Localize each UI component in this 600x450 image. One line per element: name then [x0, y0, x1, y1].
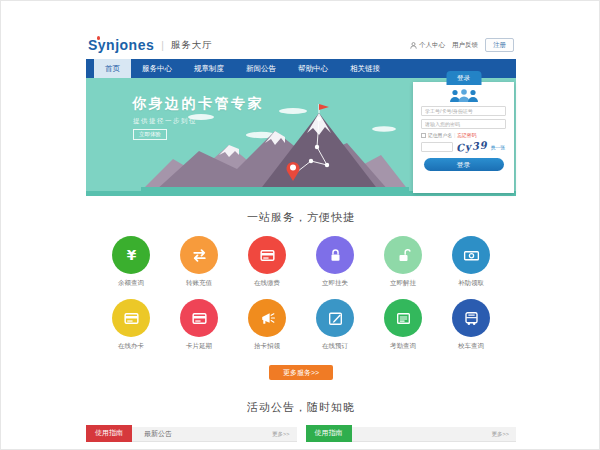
announcement-tab-bars: 使用指南 最新公告 更多>> 使用指南 更多>> [86, 427, 516, 442]
service-item-4[interactable]: 立即解挂 [378, 236, 428, 288]
service-item-label: 立即挂失 [310, 279, 360, 288]
service-item-label: 补助领取 [446, 279, 496, 288]
service-item-label: 在线预订 [310, 342, 360, 351]
service-item-label: 在线办卡 [106, 342, 156, 351]
service-item-8[interactable]: 拾卡招领 [242, 299, 292, 351]
forgot-password-link[interactable]: 忘记密码 [457, 132, 476, 138]
captcha-image[interactable]: Cy39 [456, 139, 489, 153]
service-item-label: 考勤查询 [378, 342, 428, 351]
card-icon [248, 236, 286, 274]
register-button[interactable]: 注册 [485, 38, 514, 52]
hero-banner: 你身边的卡管专家 提供捷径一步到位 立即体验 登录 记住用户名 | 忘记密码 [86, 78, 516, 196]
login-panel: 登录 记住用户名 | 忘记密码 Cy39 换一张 [413, 82, 514, 193]
card-icon [180, 299, 218, 337]
transfer-icon [180, 236, 218, 274]
remember-label: 记住用户名 [428, 132, 452, 138]
username-input[interactable] [421, 106, 506, 116]
service-item-0[interactable]: 余额查询 [106, 236, 156, 288]
hero-headline: 你身边的卡管专家 [132, 95, 264, 113]
login-sep: | [454, 133, 455, 138]
header-divider: | [161, 40, 164, 51]
yen-icon [112, 236, 150, 274]
logo[interactable]: Synjones [88, 37, 154, 53]
services-row-1: 余额查询转账充值在线缴费立即挂失立即解挂补助领取 [86, 236, 516, 288]
nav-item-4[interactable]: 帮助中心 [287, 59, 339, 78]
personal-center-link[interactable]: 个人中心 [410, 41, 445, 50]
nav-item-2[interactable]: 规章制度 [183, 59, 235, 78]
banknote-icon [452, 236, 490, 274]
user-icon [410, 42, 417, 49]
service-item-9[interactable]: 在线预订 [310, 299, 360, 351]
announcements-title: 活动公告，随时知晓 [86, 400, 516, 415]
unlock-icon [384, 236, 422, 274]
list-icon [384, 299, 422, 337]
tab-usage-guide[interactable]: 使用指南 [86, 425, 132, 442]
service-item-label: 转账充值 [174, 279, 224, 288]
service-item-10[interactable]: 考勤查询 [378, 299, 428, 351]
lock-icon [316, 236, 354, 274]
service-item-3[interactable]: 立即挂失 [310, 236, 360, 288]
change-captcha-link[interactable]: 换一张 [491, 144, 505, 150]
tab-usage-guide-2[interactable]: 使用指南 [306, 425, 352, 442]
personal-center-label: 个人中心 [419, 41, 445, 50]
remember-checkbox[interactable] [421, 133, 426, 138]
login-submit-button[interactable]: 登录 [424, 158, 504, 171]
service-item-label: 校车查询 [446, 342, 496, 351]
service-item-label: 余额查询 [106, 279, 156, 288]
guide-tab-bar: 使用指南 最新公告 更多>> [86, 427, 297, 442]
header: Synjones | 服务大厅 个人中心 用户反馈 注册 [86, 31, 516, 59]
nav-item-3[interactable]: 新闻公告 [235, 59, 287, 78]
captcha-row: Cy39 换一张 [421, 141, 506, 152]
captcha-input[interactable] [421, 142, 453, 152]
hero-cta-button[interactable]: 立即体验 [133, 129, 167, 140]
feedback-label: 用户反馈 [452, 41, 478, 50]
edit-icon [316, 299, 354, 337]
users-icon [447, 89, 481, 103]
guide-tab-bar-2: 使用指南 更多>> [306, 427, 517, 442]
bus-icon [452, 299, 490, 337]
site-container: Synjones | 服务大厅 个人中心 用户反馈 注册 首页服务中心规章制度新… [86, 31, 516, 442]
page: Synjones | 服务大厅 个人中心 用户反馈 注册 首页服务中心规章制度新… [0, 0, 600, 450]
service-item-label: 立即解挂 [378, 279, 428, 288]
remember-row: 记住用户名 | 忘记密码 [421, 132, 506, 138]
password-input[interactable] [421, 119, 506, 129]
service-item-7[interactable]: 卡片延期 [174, 299, 224, 351]
more-link-left[interactable]: 更多>> [272, 431, 289, 438]
more-link-right[interactable]: 更多>> [492, 431, 509, 438]
logo-red-dot-icon [97, 36, 101, 40]
login-tab[interactable]: 登录 [446, 71, 481, 85]
feedback-link[interactable]: 用户反馈 [452, 41, 478, 50]
site-title: 服务大厅 [171, 39, 213, 52]
service-item-1[interactable]: 转账充值 [174, 236, 224, 288]
announcements-section: 活动公告，随时知晓 使用指南 最新公告 更多>> 使用指南 更多>> [86, 400, 516, 442]
header-right: 个人中心 用户反馈 注册 [410, 38, 514, 52]
service-item-5[interactable]: 补助领取 [446, 236, 496, 288]
hero-subtitle: 提供捷径一步到位 [133, 117, 197, 126]
tab-latest-announcements[interactable]: 最新公告 [144, 429, 172, 439]
card-icon [112, 299, 150, 337]
service-item-label: 拾卡招领 [242, 342, 292, 351]
services-title: 一站服务，方便快捷 [86, 210, 516, 225]
more-services-button[interactable]: 更多服务>> [269, 365, 333, 380]
service-item-label: 在线缴费 [242, 279, 292, 288]
service-item-6[interactable]: 在线办卡 [106, 299, 156, 351]
service-item-11[interactable]: 校车查询 [446, 299, 496, 351]
services-section: 一站服务，方便快捷 余额查询转账充值在线缴费立即挂失立即解挂补助领取 在线办卡卡… [86, 196, 516, 380]
services-row-2: 在线办卡卡片延期拾卡招领在线预订考勤查询校车查询 [86, 299, 516, 351]
nav-item-0[interactable]: 首页 [94, 59, 131, 78]
nav-item-1[interactable]: 服务中心 [131, 59, 183, 78]
megaphone-icon [248, 299, 286, 337]
nav-item-5[interactable]: 相关链接 [339, 59, 391, 78]
service-item-label: 卡片延期 [174, 342, 224, 351]
service-item-2[interactable]: 在线缴费 [242, 236, 292, 288]
